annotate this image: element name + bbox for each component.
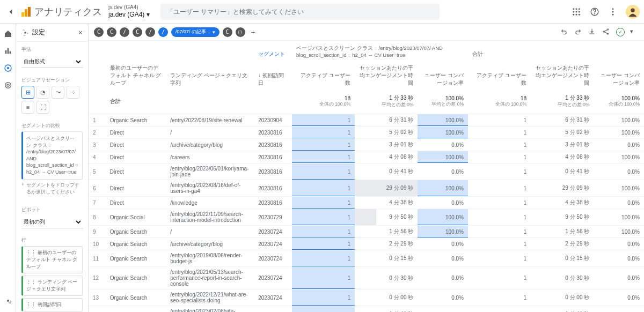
table-row[interactable]: 3Direct/archive/category/blog2023081613 … (89, 139, 644, 151)
table-row[interactable]: 1Organic Search/entry/2022/08/19/site-re… (89, 114, 644, 127)
svg-point-6 (573, 13, 574, 15)
viz-line-icon[interactable]: 〜 (52, 86, 64, 99)
svg-point-4 (576, 11, 577, 12)
totals-row: 合計 18全体の 100.0% 1 分 33 秒平均との差 0% 100.0%平… (89, 89, 644, 114)
add-tab-button[interactable]: + (248, 27, 258, 37)
tab-chip[interactable]: C (133, 27, 142, 37)
tab-chip[interactable]: C (223, 27, 232, 37)
undo-icon[interactable] (560, 28, 569, 36)
viz-scatter-icon[interactable]: ⁘ (67, 86, 79, 99)
help-icon[interactable] (589, 6, 600, 17)
search-input[interactable] (160, 4, 440, 20)
svg-point-27 (603, 31, 604, 32)
viz-donut-icon[interactable]: ◔ (36, 86, 49, 99)
home-icon[interactable] (3, 29, 13, 39)
svg-point-3 (573, 11, 574, 12)
reports-icon[interactable] (3, 46, 13, 56)
row-dimension-card[interactable]: ⋮⋮ ランディング ページ + クエリ文字列 (21, 276, 83, 296)
ads-icon[interactable] (3, 80, 13, 90)
status-ok-icon: ✓ (616, 28, 625, 36)
settings-title: 設定 (21, 28, 45, 37)
svg-point-12 (612, 11, 614, 12)
tab-chip[interactable]: C (94, 27, 104, 37)
svg-rect-16 (5, 50, 6, 54)
tab-chip[interactable]: □ (236, 27, 245, 37)
col-engagement-b[interactable]: セッションあたりの平均エンゲージメント時間 (531, 62, 594, 89)
search-box (160, 4, 440, 20)
svg-point-15 (631, 8, 634, 12)
more-icon[interactable] (608, 6, 618, 17)
ga-logo: アナリティクス (21, 5, 102, 18)
table-row[interactable]: 11Organic Search/entry/blog/2019/08/06/r… (89, 250, 644, 267)
table-row[interactable]: 9Organic Search/2023072411 分 56 秒100.0%1… (89, 226, 644, 238)
svg-point-23 (7, 300, 9, 302)
table-row[interactable]: 8Organic Social/entry/blog/2022/11/09/se… (89, 209, 644, 226)
table-row[interactable]: 6Direct/entry/blog/2023/08/16/def-of-use… (89, 180, 644, 197)
method-select[interactable]: 自由形式 (21, 55, 83, 68)
svg-point-0 (573, 8, 574, 10)
svg-point-26 (607, 28, 608, 29)
col-engagement-a[interactable]: セッションあたりの平均エンゲージメント時間 (355, 62, 418, 89)
col-channel[interactable]: 最初のユーザーのデフォルト チャネル グループ (106, 62, 166, 89)
row-dimension-card[interactable]: ⋮⋮ 最初のユーザーのデフォルト チャネル グループ (21, 246, 83, 273)
svg-point-21 (7, 84, 9, 86)
download-icon[interactable] (588, 28, 597, 36)
avatar[interactable] (626, 5, 640, 19)
redo-icon[interactable] (574, 28, 583, 36)
active-tab-chip[interactable]: / (158, 27, 168, 37)
back-button[interactable] (4, 5, 17, 18)
svg-point-24 (24, 32, 26, 34)
table-row[interactable]: 12Organic Search/entry/blog/2021/05/13/s… (89, 267, 644, 289)
explore-icon[interactable] (3, 63, 13, 73)
tab-chip[interactable]: / (120, 27, 129, 37)
table-row[interactable]: 2Direct/2023081615 分 02 秒100.0%15 分 02 秒… (89, 127, 644, 139)
row-dimension-card[interactable]: ⋮⋮ 初回訪問日 (21, 298, 83, 311)
table-row[interactable]: 7Direct/knowledge2023081614 分 38 秒0.0%14… (89, 197, 644, 209)
viz-geo-icon[interactable]: ⛶ (36, 101, 49, 114)
canvas: CC/C/ / /07/07/ の記事... ▾ C□ + ✓ ▾ (89, 24, 644, 312)
segment-card[interactable]: ページパスとスクリーン クラス = /entry/blog/2023/07/07… (21, 131, 83, 180)
col-active-users-b[interactable]: アクティブ ユーザー数 (468, 62, 531, 89)
svg-point-28 (607, 33, 608, 34)
col-active-users-a[interactable]: アクティブ ユーザー数 (292, 62, 355, 89)
col-conversion-a[interactable]: ユーザー コンバージョン率 (418, 62, 468, 89)
svg-point-22 (5, 83, 11, 88)
more-options-icon[interactable]: ▾ (630, 28, 639, 36)
property-selector[interactable]: js.dev (GA4) ja.dev (GA4) ▾ (108, 4, 150, 18)
table-row[interactable]: 4Direct/careers2023081614 分 08 秒100.0%14… (89, 151, 644, 164)
svg-point-8 (579, 13, 580, 15)
toolbar: CC/C/ / /07/07/ の記事... ▾ C□ + ✓ ▾ (89, 24, 644, 41)
table-row[interactable]: 14Organic Search/entry/blog/2023/02/08/s… (89, 306, 644, 313)
svg-point-11 (612, 8, 614, 10)
table-row[interactable]: 13Organic Search/entry/blog/2022/12/21/w… (89, 289, 644, 306)
tab-chip[interactable]: / (145, 27, 155, 37)
svg-point-5 (579, 11, 580, 12)
tab-chip[interactable]: C (107, 27, 116, 37)
svg-point-2 (579, 8, 580, 10)
svg-point-20 (7, 67, 9, 69)
table-row[interactable]: 5Direct/entry/blog/2023/06/01/koriyama-j… (89, 164, 644, 180)
close-icon[interactable]: × (78, 28, 83, 37)
svg-point-7 (576, 13, 577, 15)
svg-point-13 (612, 13, 614, 15)
share-icon[interactable] (602, 28, 611, 36)
segment-drop[interactable]: +セグメントをドロップするか選択してください (21, 180, 83, 198)
active-tab-label[interactable]: /07/07/ の記事... ▾ (171, 27, 219, 37)
viz-table-icon[interactable]: ⊞ (21, 86, 34, 99)
col-landing[interactable]: ランディング ページ + クエリ文字列 (166, 62, 254, 89)
apps-icon[interactable] (571, 6, 582, 17)
settings-panel: 設定 × 手法 自由形式 ビジュアリゼーション ⊞ ◔ 〜 ⁘ ≡ ⛶ セグメン… (16, 24, 89, 312)
brand-name: アナリティクス (34, 5, 102, 18)
admin-icon[interactable] (3, 296, 13, 306)
exploration-table: セグメント ページパスとスクリーン クラス = /entry/blog/2023… (89, 41, 644, 312)
svg-point-1 (576, 8, 577, 10)
table-row[interactable]: 10Organic Search/archive/category/blog20… (89, 238, 644, 250)
col-conversion-b[interactable]: ユーザー コンバージョン率 (594, 62, 644, 89)
svg-rect-17 (7, 48, 9, 54)
col-first-visit[interactable]: ↓ 初回訪問日 (254, 62, 292, 89)
nav-rail (0, 24, 16, 312)
app-header: アナリティクス js.dev (GA4) ja.dev (GA4) ▾ (0, 0, 644, 24)
viz-bar-icon[interactable]: ≡ (21, 101, 34, 114)
svg-point-10 (595, 13, 595, 14)
pivot-select[interactable]: 最初の列 (21, 216, 83, 228)
